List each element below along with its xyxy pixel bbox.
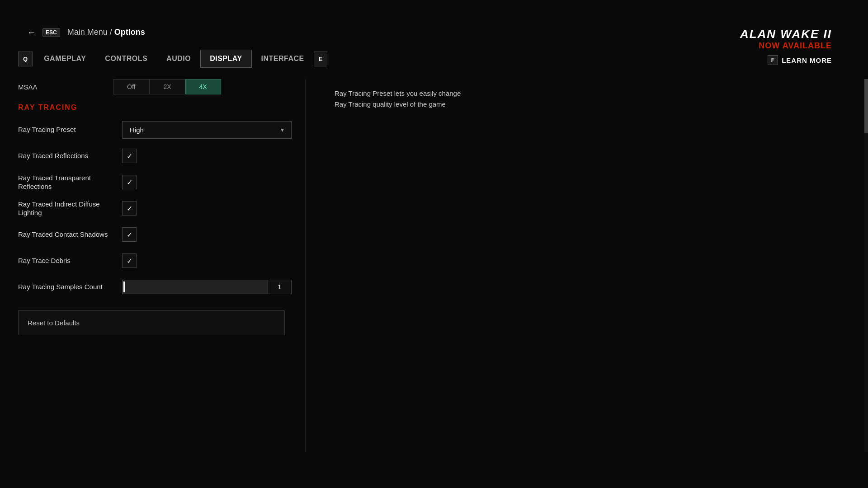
info-text-line2: Ray Tracing quality level of the game <box>335 99 588 110</box>
breadcrumb-current: Options <box>114 28 145 37</box>
ray-traced-indirect-diffuse-checkbox[interactable]: ✓ <box>122 201 137 216</box>
tab-controls[interactable]: Controls <box>95 50 157 68</box>
f-key[interactable]: F <box>768 55 778 65</box>
msaa-label: MSAA <box>18 83 108 91</box>
reset-row: Reset to Defaults <box>18 310 316 335</box>
ray-trace-debris-row: Ray Trace Debris ✓ <box>18 251 316 271</box>
slider-value: 1 <box>268 280 292 294</box>
msaa-setting-row: MSAA Off 2X 4X <box>18 79 316 94</box>
ray-traced-transparent-reflections-checkbox[interactable]: ✓ <box>122 175 137 189</box>
ray-tracing-samples-count-slider[interactable]: 1 <box>122 280 292 294</box>
game-title: ALAN WAKE II <box>740 27 832 41</box>
scrollbar-thumb[interactable] <box>864 79 868 133</box>
scrollbar[interactable] <box>864 79 868 452</box>
msaa-option-off[interactable]: Off <box>113 79 149 94</box>
info-text-line1: Ray Tracing Preset lets you easily chang… <box>335 88 588 99</box>
learn-more-label[interactable]: LEARN MORE <box>782 56 832 64</box>
content-divider <box>305 79 306 452</box>
chevron-down-icon: ▾ <box>281 126 284 133</box>
breadcrumb: Main Menu / Options <box>67 28 145 37</box>
ray-traced-contact-shadows-row: Ray Traced Contact Shadows ✓ <box>18 225 316 244</box>
msaa-option-4x[interactable]: 4X <box>185 79 221 94</box>
back-arrow-icon[interactable]: ← <box>27 27 36 38</box>
logo-area: ALAN WAKE II NOW AVAILABLE F LEARN MORE <box>740 27 832 65</box>
ray-traced-reflections-label: Ray Traced Reflections <box>18 151 122 160</box>
slider-thumb <box>123 282 125 292</box>
ray-tracing-section-header: RAY TRACING <box>18 103 316 112</box>
tab-display[interactable]: Display <box>200 50 251 68</box>
ray-trace-debris-checkbox[interactable]: ✓ <box>122 253 137 268</box>
ray-traced-transparent-reflections-row: Ray Traced Transparent Reflections ✓ <box>18 172 316 192</box>
ray-tracing-preset-row: Ray Tracing Preset High ▾ <box>18 120 316 140</box>
tab-key-left[interactable]: Q <box>18 52 33 66</box>
ray-traced-contact-shadows-label: Ray Traced Contact Shadows <box>18 230 122 239</box>
ray-traced-contact-shadows-checkbox[interactable]: ✓ <box>122 227 137 242</box>
ray-traced-indirect-diffuse-label: Ray Traced Indirect Diffuse Lighting <box>18 200 122 217</box>
esc-key[interactable]: ESC <box>42 28 60 37</box>
learn-more-row: F LEARN MORE <box>740 55 832 65</box>
checkmark-icon: ✓ <box>127 204 132 213</box>
ray-traced-transparent-reflections-label: Ray Traced Transparent Reflections <box>18 174 122 191</box>
checkmark-icon: ✓ <box>127 178 132 187</box>
ray-traced-reflections-checkbox[interactable]: ✓ <box>122 149 137 163</box>
ray-trace-debris-label: Ray Trace Debris <box>18 256 122 265</box>
ray-tracing-samples-count-label: Ray Tracing Samples Count <box>18 282 122 291</box>
tabs-bar: Q Gameplay Controls Audio Display Interf… <box>18 50 329 68</box>
header: ← ESC Main Menu / Options <box>27 27 145 38</box>
breadcrumb-prefix: Main Menu / <box>67 28 114 37</box>
tab-key-right[interactable]: E <box>314 52 328 66</box>
ray-tracing-samples-count-row: Ray Tracing Samples Count 1 <box>18 277 316 297</box>
msaa-option-2x[interactable]: 2X <box>149 79 185 94</box>
slider-track[interactable] <box>122 280 268 294</box>
checkmark-icon: ✓ <box>127 152 132 160</box>
msaa-options: Off 2X 4X <box>113 79 221 94</box>
ray-tracing-preset-value: High <box>130 126 281 134</box>
checkmark-icon: ✓ <box>127 257 132 265</box>
ray-tracing-preset-label: Ray Tracing Preset <box>18 125 122 134</box>
ray-traced-reflections-row: Ray Traced Reflections ✓ <box>18 146 316 166</box>
tab-audio[interactable]: Audio <box>157 50 200 68</box>
tab-interface[interactable]: Interface <box>252 50 314 68</box>
info-panel: Ray Tracing Preset lets you easily chang… <box>326 79 597 119</box>
game-availability: NOW AVAILABLE <box>740 41 832 51</box>
reset-to-defaults-button[interactable]: Reset to Defaults <box>18 310 285 335</box>
ray-tracing-preset-dropdown[interactable]: High ▾ <box>122 121 292 139</box>
checkmark-icon: ✓ <box>127 230 132 239</box>
content-area: MSAA Off 2X 4X RAY TRACING Ray Tracing P… <box>18 79 316 452</box>
ray-traced-indirect-diffuse-row: Ray Traced Indirect Diffuse Lighting ✓ <box>18 198 316 218</box>
tab-gameplay[interactable]: Gameplay <box>34 50 95 68</box>
